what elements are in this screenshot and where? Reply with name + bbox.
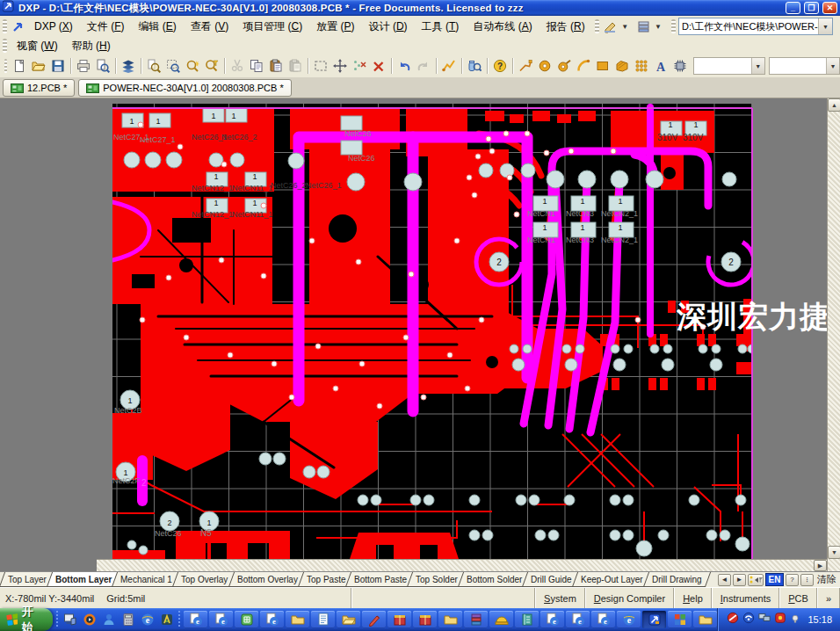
layer-tab-bottom-paste[interactable]: Bottom Paste — [345, 572, 416, 587]
quicklaunch-messenger-icon[interactable] — [100, 612, 117, 628]
toolbar-grip[interactable] — [4, 59, 7, 73]
dxp-menu-icon[interactable] — [10, 18, 27, 35]
layer-tab-bottom-overlay[interactable]: Bottom Overlay — [228, 572, 307, 587]
statusbar-panel-button[interactable]: Design Compiler — [585, 588, 674, 608]
menu-item[interactable]: 设计 (D) — [362, 18, 415, 34]
quicklaunch-media-player-icon[interactable] — [81, 612, 98, 628]
layer-tab-keep-out-layer[interactable]: Keep-Out Layer — [572, 572, 652, 587]
minimize-button[interactable]: _ — [786, 2, 800, 14]
menu-item[interactable]: 视窗 (W) — [10, 38, 65, 54]
zoom-in-button[interactable] — [183, 56, 202, 76]
place-fill-button[interactable] — [593, 56, 612, 76]
help-button[interactable]: ? — [490, 56, 510, 76]
filter-objects-button[interactable] — [465, 56, 484, 76]
taskbar-window-button-folder[interactable] — [286, 611, 309, 628]
taskbar-window-button-ie-page[interactable]: e — [540, 611, 564, 628]
layer-tab-drill-drawing[interactable]: Drill Drawing — [642, 572, 710, 587]
layer-tab-bottom-solder[interactable]: Bottom Solder — [458, 572, 532, 587]
tray-antivirus-red-icon[interactable] — [727, 612, 739, 627]
undo-button[interactable] — [395, 56, 414, 76]
scroll-up-icon[interactable]: ▲ — [828, 98, 840, 112]
toolbar-grip[interactable] — [3, 39, 7, 53]
statusbar-panel-button[interactable]: PCB — [779, 588, 817, 608]
save-document-button[interactable] — [48, 56, 68, 76]
interactive-wire-button[interactable] — [439, 56, 459, 76]
vertical-scrollbar[interactable]: ▲ ▼ — [827, 98, 840, 571]
menu-item[interactable]: 项目管理 (C) — [235, 18, 309, 34]
paste-array-button[interactable] — [286, 56, 305, 76]
ime-help-button[interactable]: ? — [786, 574, 799, 586]
menu-item[interactable]: DXP (X) — [27, 18, 80, 34]
start-button[interactable]: 开始 — [0, 608, 53, 631]
ime-options-icon[interactable]: ⁝ — [800, 574, 814, 586]
taskbar-window-button-ie-page[interactable]: e — [260, 611, 284, 628]
language-bar-badge[interactable]: EN — [765, 573, 784, 586]
scroll-right-icon[interactable]: ▶ — [814, 560, 827, 571]
taskbar-window-button-ie-page[interactable]: e — [591, 611, 615, 628]
print-preview-button[interactable] — [93, 56, 112, 76]
zoom-document-button[interactable] — [144, 56, 163, 76]
redo-button[interactable] — [414, 56, 433, 76]
menu-item[interactable]: 查看 (V) — [184, 18, 235, 34]
taskbar-window-button-ie-page[interactable]: e — [209, 611, 233, 628]
layer-tab-top-overlay[interactable]: Top Overlay — [172, 572, 237, 587]
cut-button[interactable] — [228, 56, 247, 76]
place-arc-button[interactable] — [574, 56, 593, 76]
zoom-area-button[interactable] — [163, 56, 183, 76]
select-area-button[interactable] — [311, 56, 330, 76]
document-tab[interactable]: 12.PCB * — [3, 79, 75, 97]
menu-item[interactable]: 编辑 (E) — [132, 18, 184, 34]
taskbar-window-button-ie-blue[interactable]: e — [617, 611, 641, 628]
tray-lamp-gray-icon[interactable] — [790, 612, 800, 627]
layer-filter-icon[interactable] — [748, 574, 764, 586]
toolbar-grip[interactable] — [3, 19, 7, 33]
taskbar-window-button-folder[interactable] — [438, 611, 462, 628]
taskbar-window-button-package[interactable] — [387, 611, 411, 628]
pcb-board-svg[interactable]: NetC27_1NetC27_1NetC26_1NetC26_2NetC26Ne… — [0, 98, 840, 571]
taskbar-window-button-package[interactable] — [413, 611, 437, 628]
quicklaunch-winamp-icon[interactable] — [158, 612, 175, 628]
place-pad-button[interactable] — [535, 56, 554, 76]
zoom-selection-button[interactable] — [202, 56, 221, 76]
net-combo[interactable]: ▼ — [769, 57, 840, 75]
taskbar-window-button-ie-page[interactable]: e — [184, 611, 207, 628]
menu-item[interactable]: 工具 (T) — [415, 18, 467, 34]
place-array-button[interactable] — [632, 56, 651, 76]
new-document-button[interactable] — [10, 56, 29, 76]
statusbar-panel-button[interactable]: Help — [674, 588, 712, 608]
layer-tab-mechanical-1[interactable]: Mechanical 1 — [112, 572, 181, 587]
quicklaunch-internet-explorer-icon[interactable]: e — [139, 612, 156, 628]
copy-button[interactable] — [247, 56, 266, 76]
toolbar-grip[interactable] — [671, 19, 676, 33]
document-tab[interactable]: POWER-NEC-30A[V1.0] 20080308.PCB * — [78, 79, 291, 97]
place-polygon-button[interactable] — [612, 56, 632, 76]
menu-item[interactable]: 自动布线 (A) — [466, 18, 539, 34]
close-button[interactable]: ✕ — [822, 2, 837, 14]
taskbar-window-button-dxp[interactable] — [642, 611, 666, 628]
scroll-down-icon[interactable]: ▼ — [828, 546, 840, 559]
statusbar-panel-button[interactable]: » — [817, 588, 840, 608]
pcb-board-view[interactable]: NetC27_1NetC27_1NetC26_1NetC26_2NetC26Ne… — [0, 98, 840, 571]
utility-tools-button[interactable]: ▼ — [602, 18, 630, 34]
place-component-button[interactable] — [670, 56, 690, 76]
layer-scroll-right-button[interactable]: ► — [733, 574, 746, 586]
taskbar-window-button-notebook[interactable] — [515, 611, 539, 628]
taskbar-window-button-pen-red[interactable] — [362, 611, 386, 628]
menu-item[interactable]: 报告 (R) — [539, 18, 592, 34]
print-button[interactable] — [74, 56, 93, 76]
taskbar-window-button-ie-page[interactable]: e — [566, 611, 590, 628]
menu-item[interactable]: 放置 (P) — [309, 18, 361, 34]
move-selection-button[interactable] — [330, 56, 350, 76]
quicklaunch-calculator-icon[interactable] — [119, 612, 136, 628]
quicklaunch-show-desktop-icon[interactable] — [62, 612, 78, 628]
restore-button[interactable]: ❐ — [804, 2, 819, 14]
tray-downloader-blue-icon[interactable] — [742, 612, 755, 627]
taskbar-window-button-doc-blue[interactable] — [311, 611, 335, 628]
taskbar-window-button-app-green[interactable] — [235, 611, 258, 628]
tray-network-computers-icon[interactable] — [758, 612, 771, 627]
horizontal-scrollbar[interactable]: ▶ — [97, 559, 827, 571]
taskbar-window-button-folder[interactable] — [693, 611, 717, 628]
statusbar-panel-button[interactable]: Instruments — [712, 588, 779, 608]
tray-monitor-red-icon[interactable] — [774, 612, 786, 627]
open-document-button[interactable] — [29, 56, 48, 76]
